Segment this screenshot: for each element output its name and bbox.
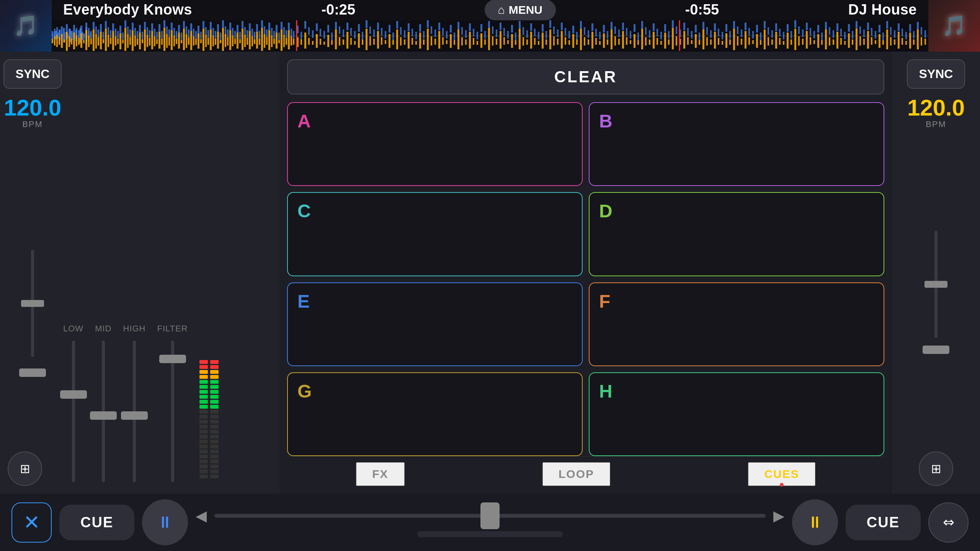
vu-seg [199, 440, 208, 443]
svg-rect-392 [320, 39, 321, 45]
svg-rect-232 [339, 26, 340, 34]
pad-button-B[interactable]: B [589, 102, 884, 186]
album-art-left[interactable]: 🎵 [0, 0, 52, 52]
svg-rect-228 [323, 31, 325, 39]
svg-rect-335 [733, 21, 735, 29]
tab-loop[interactable]: LOOP [542, 462, 610, 486]
svg-rect-458 [572, 34, 574, 48]
album-art-right[interactable]: 🎵 [928, 0, 980, 52]
left-low-fader-handle[interactable] [60, 390, 87, 399]
svg-rect-43 [105, 29, 107, 51]
waveform-container[interactable] [52, 20, 928, 52]
svg-rect-163 [154, 29, 155, 36]
svg-rect-93 [227, 37, 229, 46]
clear-button[interactable]: CLEAR [287, 59, 884, 95]
left-low-fader-track[interactable] [72, 341, 75, 482]
svg-rect-539 [882, 40, 884, 45]
svg-rect-193 [227, 29, 229, 37]
svg-rect-55 [134, 36, 136, 46]
right-pause-icon: ⏸ [807, 513, 823, 531]
left-filter-fader-track[interactable] [171, 341, 174, 482]
svg-rect-229 [327, 25, 329, 33]
svg-rect-307 [626, 28, 627, 36]
svg-rect-356 [813, 31, 815, 39]
vu-seg [210, 390, 219, 394]
svg-rect-271 [488, 21, 490, 29]
svg-rect-308 [630, 31, 631, 39]
vu-seg [199, 460, 208, 463]
svg-rect-133 [80, 26, 82, 33]
svg-rect-416 [412, 38, 413, 45]
svg-rect-46 [112, 31, 114, 50]
close-button[interactable]: ✕ [11, 502, 52, 543]
grid-icon-right: ⊞ [931, 461, 941, 476]
settings-button[interactable]: ⇔ [928, 502, 969, 543]
right-grid-button[interactable]: ⊞ [919, 452, 953, 486]
left-sync-button[interactable]: SYNC [3, 59, 62, 89]
pad-button-F[interactable]: F [589, 282, 884, 366]
vu-seg [210, 400, 219, 404]
left-cue-button[interactable]: CUE [59, 505, 134, 540]
tab-cues[interactable]: CUES [748, 462, 815, 486]
svg-rect-362 [836, 23, 838, 31]
left-filter-fader-handle[interactable] [159, 355, 186, 363]
left-high-fader-track[interactable] [133, 341, 136, 482]
left-play-pause-button[interactable]: ⏸ [142, 499, 188, 545]
svg-rect-523 [821, 40, 823, 45]
svg-rect-514 [787, 33, 789, 49]
crossfader-track[interactable] [214, 514, 766, 518]
svg-rect-188 [215, 31, 216, 39]
vu-seg [199, 365, 208, 369]
left-pitch-handle[interactable] [21, 300, 44, 307]
svg-rect-99 [242, 29, 243, 50]
pad-label-H: H [599, 381, 612, 402]
svg-rect-328 [706, 27, 708, 35]
svg-rect-461 [584, 37, 585, 46]
svg-rect-385 [924, 30, 926, 38]
left-pitch-slider[interactable] [31, 250, 34, 357]
svg-rect-50 [122, 40, 124, 43]
svg-rect-276 [507, 31, 509, 39]
left-mid-fader-track[interactable] [102, 341, 105, 482]
menu-button[interactable]: ⌂ MENU [485, 0, 556, 20]
svg-rect-499 [729, 39, 731, 45]
right-pitch-handle[interactable] [924, 281, 947, 288]
left-high-fader-handle[interactable] [121, 411, 148, 420]
svg-rect-548 [917, 29, 919, 49]
pad-button-G[interactable]: G [287, 372, 583, 456]
right-cue-button[interactable]: CUE [846, 505, 921, 540]
pad-button-H[interactable]: H [589, 372, 884, 456]
right-sync-button[interactable]: SYNC [907, 59, 965, 89]
right-pitch-slider[interactable] [934, 231, 938, 338]
svg-rect-121 [52, 31, 53, 39]
svg-rect-132 [78, 30, 80, 38]
pad-button-E[interactable]: E [287, 282, 583, 366]
svg-rect-241 [373, 29, 375, 37]
svg-rect-404 [366, 29, 368, 50]
svg-rect-223 [304, 21, 306, 29]
svg-rect-199 [242, 21, 243, 29]
right-play-pause-button[interactable]: ⏸ [792, 499, 838, 545]
svg-rect-204 [254, 32, 255, 39]
svg-rect-33 [80, 33, 82, 48]
pad-button-D[interactable]: D [589, 192, 884, 276]
crossfader-handle[interactable] [480, 502, 500, 529]
pad-button-A[interactable]: A [287, 102, 583, 186]
svg-rect-526 [833, 39, 834, 45]
svg-rect-351 [794, 20, 796, 28]
crossfader-right-arrow[interactable]: ▶ [773, 507, 784, 524]
svg-rect-150 [122, 33, 124, 40]
svg-rect-484 [672, 28, 674, 49]
left-mid-fader-handle[interactable] [90, 411, 117, 420]
tab-fx[interactable]: FX [356, 462, 404, 486]
svg-rect-438 [496, 39, 497, 45]
svg-rect-360 [829, 27, 830, 35]
vu-seg [199, 400, 208, 404]
svg-rect-281 [526, 30, 528, 38]
svg-rect-196 [234, 31, 236, 39]
svg-rect-426 [450, 34, 452, 48]
pad-button-C[interactable]: C [287, 192, 583, 276]
left-grid-button[interactable]: ⊞ [8, 452, 42, 486]
crossfader-left-arrow[interactable]: ◀ [196, 507, 207, 524]
svg-rect-87 [212, 36, 214, 46]
